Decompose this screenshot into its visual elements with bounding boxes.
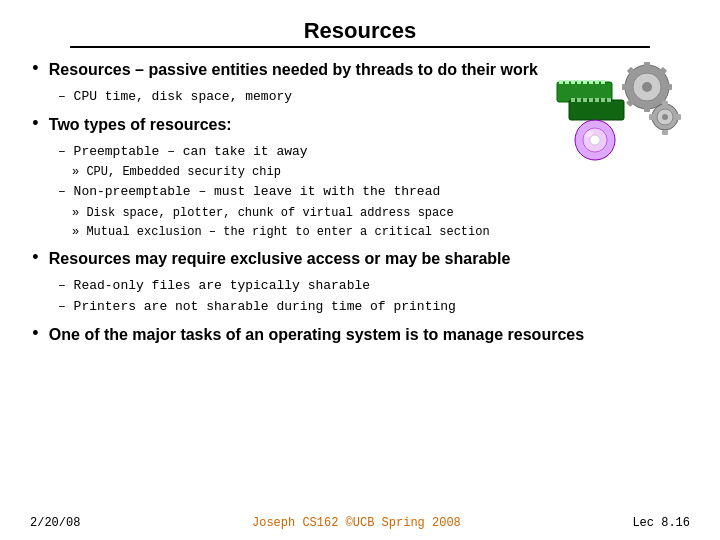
bullet-3: • Resources may require exclusive access…	[30, 247, 690, 272]
b2-main: Two types of resources:	[49, 116, 232, 133]
b2-subsub3: Mutual exclusion – the right to enter a …	[72, 223, 690, 241]
svg-rect-22	[622, 84, 629, 90]
svg-rect-8	[601, 80, 605, 84]
svg-rect-3	[571, 80, 575, 84]
bullet-2-text: Two types of resources:	[49, 113, 232, 137]
footer: 2/20/08 Joseph CS162 ©UCB Spring 2008 Le…	[0, 516, 720, 530]
svg-point-30	[662, 114, 668, 120]
bullet-dot-4: •	[30, 321, 41, 348]
b3-sub1: – Read-only files are typically sharable	[58, 276, 690, 296]
svg-rect-33	[649, 114, 654, 120]
title-area: Resources	[30, 18, 690, 48]
svg-rect-1	[559, 80, 563, 84]
svg-rect-5	[583, 80, 587, 84]
svg-rect-31	[662, 101, 668, 106]
bullet-dot-2: •	[30, 111, 41, 138]
svg-rect-10	[571, 98, 575, 102]
svg-rect-32	[662, 130, 668, 135]
svg-rect-15	[601, 98, 605, 102]
b3-sub2: – Printers are not sharable during time …	[58, 297, 690, 317]
footer-left: 2/20/08	[30, 516, 80, 530]
bullet-3-text: Resources may require exclusive access o…	[49, 247, 511, 271]
svg-rect-4	[577, 80, 581, 84]
svg-rect-2	[565, 80, 569, 84]
bullet-dot-1: •	[30, 56, 41, 83]
svg-rect-11	[577, 98, 581, 102]
svg-rect-20	[644, 62, 650, 69]
svg-rect-23	[665, 84, 672, 90]
svg-rect-16	[607, 98, 611, 102]
bullet-1-text: Resources – passive entities needed by t…	[49, 58, 538, 82]
footer-right: Lec 8.16	[632, 516, 690, 530]
slide-title: Resources	[30, 18, 690, 44]
b4-main: One of the major tasks of an operating s…	[49, 326, 584, 343]
b2-subsub2: Disk space, plotter, chunk of virtual ad…	[72, 204, 690, 222]
b2-sub2: – Non-preemptable – must leave it with t…	[58, 182, 690, 202]
svg-rect-21	[644, 105, 650, 112]
decorative-image	[547, 52, 692, 167]
svg-rect-7	[595, 80, 599, 84]
title-divider	[70, 46, 651, 48]
svg-rect-14	[595, 98, 599, 102]
bullet-dot-3: •	[30, 245, 41, 272]
slide: Resources	[0, 0, 720, 540]
b3-main: Resources may require exclusive access o…	[49, 250, 511, 267]
bullet-4-text: One of the major tasks of an operating s…	[49, 323, 584, 347]
svg-rect-6	[589, 80, 593, 84]
footer-center: Joseph CS162 ©UCB Spring 2008	[252, 516, 461, 530]
svg-rect-13	[589, 98, 593, 102]
svg-point-37	[590, 135, 600, 145]
svg-rect-9	[569, 100, 624, 120]
bullet-4: • One of the major tasks of an operating…	[30, 323, 690, 348]
svg-rect-34	[676, 114, 681, 120]
svg-rect-12	[583, 98, 587, 102]
b1-main: Resources – passive entities needed by t…	[49, 61, 538, 78]
svg-point-19	[642, 82, 652, 92]
